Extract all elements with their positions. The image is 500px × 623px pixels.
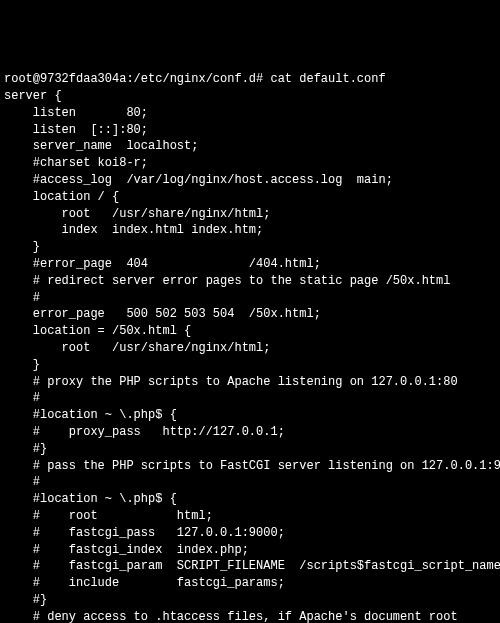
config-line: location = /50x.html { [4,323,496,340]
config-line: location / { [4,189,496,206]
config-line: server_name localhost; [4,138,496,155]
config-line: # [4,390,496,407]
config-line: #error_page 404 /404.html; [4,256,496,273]
config-line: # [4,290,496,307]
config-line: # deny access to .htaccess files, if Apa… [4,609,496,623]
config-line: # [4,474,496,491]
config-line: # pass the PHP scripts to FastCGI server… [4,458,496,475]
config-line: #location ~ \.php$ { [4,407,496,424]
config-line: } [4,239,496,256]
config-line: root /usr/share/nginx/html; [4,340,496,357]
config-line: #} [4,592,496,609]
config-line: error_page 500 502 503 504 /50x.html; [4,306,496,323]
config-line: # include fastcgi_params; [4,575,496,592]
config-line: # redirect server error pages to the sta… [4,273,496,290]
config-line: #location ~ \.php$ { [4,491,496,508]
config-line: #charset koi8-r; [4,155,496,172]
config-line: # fastcgi_pass 127.0.0.1:9000; [4,525,496,542]
config-line: # proxy the PHP scripts to Apache listen… [4,374,496,391]
config-line: server { [4,88,496,105]
config-line: index index.html index.htm; [4,222,496,239]
config-line: } [4,357,496,374]
shell-prompt: root@9732fdaa304a:/etc/nginx/conf.d# cat… [4,71,496,88]
config-line: root /usr/share/nginx/html; [4,206,496,223]
config-line: #} [4,441,496,458]
config-line: # root html; [4,508,496,525]
config-line: # fastcgi_index index.php; [4,542,496,559]
config-line: # proxy_pass http://127.0.0.1; [4,424,496,441]
terminal-output: server { listen 80; listen [::]:80; serv… [4,88,496,623]
config-line: # fastcgi_param SCRIPT_FILENAME /scripts… [4,558,496,575]
config-line: listen [::]:80; [4,122,496,139]
config-line: #access_log /var/log/nginx/host.access.l… [4,172,496,189]
config-line: listen 80; [4,105,496,122]
